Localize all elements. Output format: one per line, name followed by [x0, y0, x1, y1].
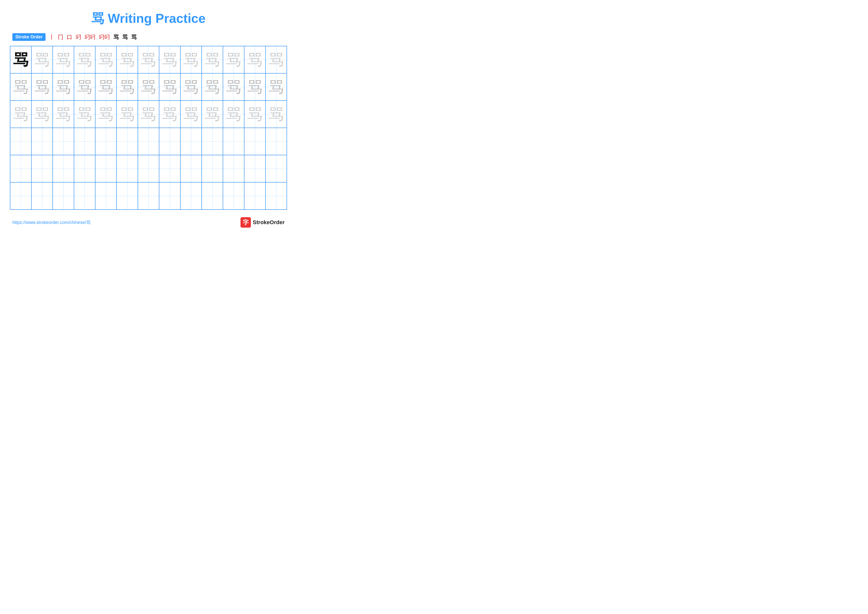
stroke-step-5: 叼叼: [85, 33, 96, 41]
grid-cell-empty[interactable]: [159, 128, 180, 155]
grid-cell-empty[interactable]: [244, 128, 265, 155]
grid-cell: 骂: [138, 46, 159, 73]
char-display: 骂: [247, 107, 262, 122]
grid-cell-empty[interactable]: [223, 128, 244, 155]
char-display: 骂: [183, 107, 199, 122]
stroke-step-1: 丨: [49, 33, 54, 41]
grid-cell-empty[interactable]: [95, 182, 116, 210]
stroke-step-6: 叼叼: [99, 33, 110, 41]
grid-cell-empty[interactable]: [138, 182, 159, 210]
grid-cell: 骂: [138, 101, 159, 128]
grid-cell-empty[interactable]: [74, 182, 95, 210]
grid-cell-empty[interactable]: [138, 128, 159, 155]
grid-cell: 骂: [31, 46, 53, 73]
footer: https://www.strokeorder.com/chinese/骂 字 …: [10, 217, 287, 228]
grid-cell-empty[interactable]: [10, 182, 31, 210]
stroke-step-9: 骂: [131, 33, 136, 41]
grid-cell: 骂: [265, 101, 287, 128]
grid-cell-empty[interactable]: [74, 155, 95, 182]
grid-cell-empty[interactable]: [31, 155, 53, 182]
char-display: 骂: [205, 107, 220, 122]
char-display: 骂: [77, 107, 92, 122]
char-display: 骂: [162, 107, 177, 122]
grid-cell-empty[interactable]: [265, 155, 287, 182]
strokeorder-icon: 字: [240, 217, 251, 228]
char-display: 骂: [34, 107, 50, 122]
grid-cell-empty[interactable]: [265, 182, 287, 210]
grid-cell-empty[interactable]: [223, 155, 244, 182]
stroke-order-row: Stroke Order 丨 冂 口 叼 叼叼 叼叼 骂 骂 骂: [12, 33, 287, 41]
grid-cell-empty[interactable]: [10, 128, 31, 155]
char-display: 骂: [226, 52, 241, 67]
char-display: 骂: [13, 79, 28, 95]
grid-cell-empty[interactable]: [53, 155, 74, 182]
stroke-step-8: 骂: [122, 33, 128, 41]
stroke-order-badge: Stroke Order: [12, 33, 45, 41]
char-display: 骂: [268, 79, 284, 95]
grid-cell-empty[interactable]: [95, 128, 116, 155]
char-display: 骂: [141, 107, 156, 122]
char-display: 骂: [119, 79, 135, 95]
grid-cell: 骂: [159, 46, 180, 73]
grid-cell-empty[interactable]: [116, 155, 138, 182]
grid-cell-empty[interactable]: [53, 182, 74, 210]
grid-cell: 骂: [74, 101, 95, 128]
grid-cell: 骂: [53, 101, 74, 128]
grid-cell-empty[interactable]: [180, 182, 202, 210]
grid-cell-empty[interactable]: [159, 155, 180, 182]
grid-cell-empty[interactable]: [116, 182, 138, 210]
grid-cell: 骂: [116, 73, 138, 101]
grid-cell: 骂: [223, 73, 244, 101]
grid-cell-empty[interactable]: [74, 128, 95, 155]
char-display: 骂: [247, 52, 262, 67]
stroke-step-4: 叼: [76, 33, 81, 41]
grid-cell: 骂: [180, 101, 202, 128]
char-display: 骂: [162, 52, 177, 67]
grid-cell-empty[interactable]: [202, 155, 223, 182]
grid-cell-empty[interactable]: [53, 128, 74, 155]
grid-cell: 骂: [95, 101, 116, 128]
grid-cell-empty[interactable]: [244, 182, 265, 210]
grid-cell-empty[interactable]: [180, 155, 202, 182]
grid-cell-empty[interactable]: [95, 155, 116, 182]
grid-cell-empty[interactable]: [116, 128, 138, 155]
grid-cell-empty[interactable]: [202, 182, 223, 210]
grid-cell-empty[interactable]: [10, 155, 31, 182]
char-display: 骂: [119, 52, 135, 67]
grid-cell-empty[interactable]: [265, 128, 287, 155]
grid-cell: 骂: [138, 73, 159, 101]
grid-cell-empty[interactable]: [202, 128, 223, 155]
char-display: 骂: [226, 79, 241, 95]
stroke-step-7: 骂: [113, 33, 119, 41]
grid-cell: 骂: [223, 101, 244, 128]
grid-cell: 骂: [244, 46, 265, 73]
footer-logo: 字 StrokeOrder: [240, 217, 285, 228]
practice-grid: 骂 骂 骂 骂 骂 骂 骂 骂 骂 骂 骂 骂 骂 骂 骂 骂 骂 骂 骂 骂 …: [10, 46, 287, 210]
grid-cell: 骂: [244, 73, 265, 101]
char-display: 骂: [77, 79, 92, 95]
grid-cell: 骂: [180, 46, 202, 73]
grid-cell-empty[interactable]: [31, 182, 53, 210]
grid-cell-empty[interactable]: [244, 155, 265, 182]
grid-cell-empty[interactable]: [159, 182, 180, 210]
grid-cell: 骂: [53, 73, 74, 101]
footer-url: https://www.strokeorder.com/chinese/骂: [12, 219, 91, 225]
char-display: 骂: [141, 79, 156, 95]
grid-cell-empty[interactable]: [31, 128, 53, 155]
grid-cell-empty[interactable]: [223, 182, 244, 210]
char-display: 骂: [205, 52, 220, 67]
stroke-step-2: 冂: [58, 33, 64, 41]
grid-cell-empty[interactable]: [138, 155, 159, 182]
stroke-step-3: 口: [67, 33, 72, 41]
grid-cell: 骂: [95, 46, 116, 73]
page-title: 骂 Writing Practice: [10, 10, 287, 27]
grid-cell: 骂: [116, 46, 138, 73]
grid-cell: 骂: [95, 73, 116, 101]
char-display: 骂: [77, 52, 92, 67]
grid-cell-empty[interactable]: [180, 128, 202, 155]
char-display: 骂: [56, 52, 71, 67]
grid-cell: 骂: [116, 101, 138, 128]
grid-cell: 骂: [159, 101, 180, 128]
char-display: 骂: [268, 107, 284, 122]
grid-cell: 骂: [202, 73, 223, 101]
